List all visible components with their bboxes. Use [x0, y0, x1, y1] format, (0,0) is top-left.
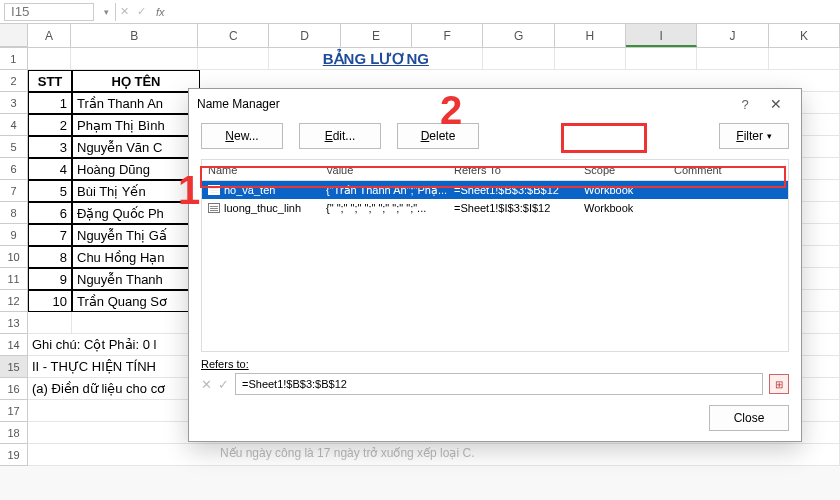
row-header[interactable]: 14	[0, 334, 28, 356]
row-header[interactable]: 13	[0, 312, 28, 334]
row-header[interactable]: 16	[0, 378, 28, 400]
help-icon[interactable]: ?	[731, 97, 759, 112]
cancel-icon: ✕	[120, 5, 129, 18]
list-row[interactable]: luong_thuc_linh{" ";" ";" ";" ";" ";" ";…	[202, 199, 788, 217]
new-button[interactable]: New...	[201, 123, 283, 149]
cell-name[interactable]: Trần Quang Sơ	[72, 290, 200, 312]
cell-stt[interactable]: 5	[28, 180, 72, 202]
chevron-down-icon: ▾	[767, 131, 772, 141]
cell-name[interactable]: Hoàng Dũng	[72, 158, 200, 180]
row-header[interactable]: 2	[0, 70, 28, 92]
row-header[interactable]: 12	[0, 290, 28, 312]
close-button[interactable]: Close	[709, 405, 789, 431]
refers-confirm-icon[interactable]: ✓	[218, 377, 229, 392]
cell[interactable]	[555, 48, 626, 70]
close-icon[interactable]: ✕	[759, 96, 793, 112]
cell-stt[interactable]: 10	[28, 290, 72, 312]
cell-note-a[interactable]: (a) Điền dữ liệu cho cơ	[28, 378, 200, 400]
cell-name[interactable]: Phạm Thị Bình	[72, 114, 200, 136]
col-header[interactable]: J	[697, 24, 768, 47]
column-headers: A B C D E F G H I J K	[0, 24, 840, 48]
check-icon: ✓	[137, 5, 146, 18]
refers-to-input[interactable]	[235, 373, 763, 395]
col-header-active[interactable]: I	[626, 24, 697, 47]
col-header[interactable]: H	[555, 24, 626, 47]
col-header[interactable]: E	[341, 24, 412, 47]
cell-name[interactable]: Bùi Thị Yến	[72, 180, 200, 202]
col-value[interactable]: Value	[320, 160, 448, 180]
cell-stt[interactable]: 3	[28, 136, 72, 158]
cell-section-ii[interactable]: II - THỰC HIỆN TÍNH	[28, 356, 200, 378]
col-header[interactable]: B	[71, 24, 198, 47]
row-header[interactable]: 11	[0, 268, 28, 290]
fx-label[interactable]: fx	[156, 6, 165, 18]
row-header[interactable]: 6	[0, 158, 28, 180]
row-header[interactable]: 15	[0, 356, 28, 378]
cell-name[interactable]: Trần Thanh An	[72, 92, 200, 114]
row-header[interactable]: 7	[0, 180, 28, 202]
cell-ghichu[interactable]: Ghi chú: Cột Phải: 0 l	[28, 334, 200, 356]
row-header[interactable]: 10	[0, 246, 28, 268]
row-header[interactable]: 3	[0, 92, 28, 114]
item-scope: Workbook	[578, 184, 668, 196]
col-header[interactable]: G	[483, 24, 554, 47]
row-header[interactable]: 5	[0, 136, 28, 158]
col-comment[interactable]: Comment	[668, 160, 788, 180]
row-header[interactable]: 19	[0, 444, 28, 466]
name-box[interactable]	[4, 3, 94, 21]
cell[interactable]	[626, 48, 697, 70]
cell[interactable]	[71, 48, 198, 70]
collapse-dialog-icon[interactable]: ⊞	[769, 374, 789, 394]
row-header[interactable]: 1	[0, 48, 28, 70]
header-cell-stt[interactable]: STT	[28, 70, 72, 92]
edit-button[interactable]: Edit...	[299, 123, 381, 149]
cell-stt[interactable]: 1	[28, 92, 72, 114]
delete-button[interactable]: Delete	[397, 123, 479, 149]
col-header[interactable]: A	[28, 24, 72, 47]
list-row[interactable]: ho_va_ten{"Trần Thanh An";"Phạ...=Sheet1…	[202, 181, 788, 199]
cell[interactable]	[198, 48, 269, 70]
row-header[interactable]: 4	[0, 114, 28, 136]
formula-input[interactable]	[171, 3, 840, 21]
item-scope: Workbook	[578, 202, 668, 214]
col-header[interactable]: F	[412, 24, 483, 47]
col-scope[interactable]: Scope	[578, 160, 668, 180]
title-cell[interactable]: BẢNG LƯƠNG	[269, 48, 483, 70]
col-refers[interactable]: Refers To	[448, 160, 578, 180]
cell-name[interactable]: Nguyễn Thị Gấ	[72, 224, 200, 246]
truncated-text: Nếu ngày công là 17 ngày trở xuống xếp l…	[220, 446, 474, 460]
cell-name[interactable]: Chu Hồng Hạn	[72, 246, 200, 268]
col-header[interactable]: C	[198, 24, 269, 47]
col-header[interactable]: D	[269, 24, 340, 47]
row-header[interactable]: 18	[0, 422, 28, 444]
cell[interactable]	[483, 48, 554, 70]
cell-name[interactable]: Nguyễn Văn C	[72, 136, 200, 158]
cell[interactable]	[28, 48, 72, 70]
cell-stt[interactable]: 2	[28, 114, 72, 136]
name-icon	[208, 185, 220, 195]
row-header[interactable]: 17	[0, 400, 28, 422]
dialog-title: Name Manager	[197, 97, 731, 111]
cell-stt[interactable]: 6	[28, 202, 72, 224]
cell[interactable]	[72, 312, 200, 334]
row-header[interactable]: 8	[0, 202, 28, 224]
cell[interactable]	[769, 48, 840, 70]
filter-button[interactable]: Filter▾	[719, 123, 789, 149]
cell[interactable]	[697, 48, 768, 70]
select-all-corner[interactable]	[0, 24, 28, 47]
list-header[interactable]: Name Value Refers To Scope Comment	[202, 160, 788, 181]
cell-stt[interactable]: 4	[28, 158, 72, 180]
cell-stt[interactable]: 7	[28, 224, 72, 246]
cell-stt[interactable]: 9	[28, 268, 72, 290]
cell-stt[interactable]: 8	[28, 246, 72, 268]
refers-cancel-icon[interactable]: ✕	[201, 377, 212, 392]
chevron-down-icon[interactable]: ▾	[104, 7, 109, 17]
col-header[interactable]: K	[769, 24, 840, 47]
cell-name[interactable]: Đặng Quốc Ph	[72, 202, 200, 224]
row-header[interactable]: 9	[0, 224, 28, 246]
col-name[interactable]: Name	[202, 160, 320, 180]
cell-name[interactable]: Nguyễn Thanh	[72, 268, 200, 290]
header-cell-hoten[interactable]: HỌ TÊN	[72, 70, 200, 92]
cell[interactable]	[28, 312, 72, 334]
names-list[interactable]: Name Value Refers To Scope Comment ho_va…	[201, 159, 789, 352]
